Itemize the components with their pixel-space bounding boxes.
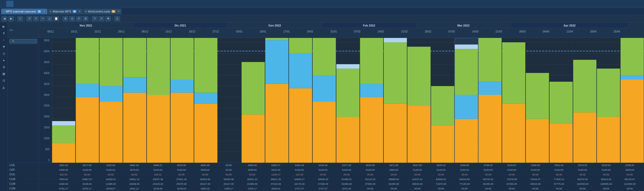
data-cell-OVE-14: 00:00 xyxy=(382,173,406,176)
week-header-16: 28/02 xyxy=(416,29,440,34)
tb-zoom-out[interactable]: ⊖ xyxy=(69,16,75,21)
y-label-3000: 3000 xyxy=(40,94,51,96)
data-cell-LOA-4: 4096:21 xyxy=(146,164,170,167)
data-cell-CUM1-20: 75343:47 xyxy=(524,178,547,181)
toolbar-sep-1 xyxy=(16,17,16,21)
tb-delete[interactable]: ✕ xyxy=(99,16,104,21)
data-cell-CAP-10: 5160:00 xyxy=(288,168,311,171)
data-cell-CUM2-8: 31985:49 xyxy=(241,182,264,185)
cdl-button[interactable] xyxy=(9,29,13,31)
data-cell-CUM1-21: 77405:12 xyxy=(547,178,571,181)
sidebar-expand[interactable]: ⬆ xyxy=(1,30,7,36)
data-cell-CUM1-15: 61637:41 xyxy=(406,178,429,181)
data-cell-CUM3-10: 2727:27 xyxy=(288,187,311,190)
data-cell-CAP-14: 3999:00 xyxy=(382,168,406,171)
data-cell-OVE-18: 00:00 xyxy=(477,173,500,176)
y-label-1000: 1000 xyxy=(40,137,51,140)
data-cell-CUM3-19: 00:00 xyxy=(500,187,524,190)
data-cell-CUM2-17: 77135:49 xyxy=(453,182,477,185)
bar-blue-13 xyxy=(360,84,383,97)
data-cell-OVE-23: 00:00 xyxy=(594,173,618,176)
data-cell-CUM2-1: 6228:49 xyxy=(75,182,99,185)
bar-green-22 xyxy=(573,60,596,112)
sidebar-plus[interactable]: ⊕ xyxy=(1,64,7,70)
bar-blue-10 xyxy=(289,53,312,88)
tab-close-materials[interactable]: ✕ xyxy=(79,10,81,13)
tab-mps-materiali[interactable]: ● MPS materiali mancanti 1 ✕ xyxy=(1,9,47,14)
data-cell-OVE-7: 00:00 xyxy=(217,173,241,176)
sidebar-minus[interactable]: ⊟ xyxy=(1,77,7,84)
tb-zoom-in[interactable]: ⊕ xyxy=(62,16,68,21)
tb-undo[interactable]: ↺ xyxy=(26,16,32,21)
data-cell-CAP-0: 1068:49 xyxy=(52,168,75,171)
data-cell-CAP-20: 5160:00 xyxy=(524,168,547,171)
data-cell-CAP-7: 00:00 xyxy=(217,168,241,171)
tab-materials-mps[interactable]: ● Materials MPS 1 ✕ xyxy=(48,9,83,14)
chart-body[interactable]: 0500100015002000250030003500400045005000… xyxy=(39,38,644,163)
data-cell-LOA-17: 2268:06 xyxy=(453,164,477,167)
data-cell-CUM1-5: 27561:18 xyxy=(170,178,193,181)
data-cell-CAP-2: 5160:00 xyxy=(99,168,123,171)
data-cell-CUM1-17: 65934:58 xyxy=(453,178,477,181)
tb-refresh[interactable]: ⟳ xyxy=(76,16,82,21)
tab-badge-workcenter: 1 xyxy=(111,10,115,13)
tb-paste[interactable]: 📋 xyxy=(53,16,59,21)
label-cap: CAP- xyxy=(8,168,39,172)
bar-green-13 xyxy=(360,38,383,84)
data-cell-CUM2-14: 61655:49 xyxy=(382,182,406,185)
toolbar-sep-5 xyxy=(113,17,113,21)
data-cell-CUM2-20: 92615:49 xyxy=(524,182,547,185)
month-header-5: Apr 2022 xyxy=(511,23,629,28)
data-cell-OVE-10: 122:46 xyxy=(288,173,311,176)
tb-save[interactable]: S xyxy=(114,16,120,21)
sidebar-collapse[interactable]: ▶ xyxy=(1,23,7,30)
tab-badge-materials: 1 xyxy=(73,10,76,13)
tb-redo[interactable]: ↻ xyxy=(33,16,39,21)
bar-blue-24 xyxy=(621,75,644,80)
sidebar-circle2[interactable]: ● xyxy=(1,57,7,63)
tb-edit[interactable]: ✎ xyxy=(92,16,97,21)
tab-close-workcenter[interactable]: ✕ xyxy=(117,10,120,13)
bar-green-6 xyxy=(194,38,217,93)
bar-orange-19 xyxy=(502,104,525,163)
data-cell-LOA-22: 2974:23 xyxy=(571,164,594,167)
bar-green-12 xyxy=(336,69,359,117)
bar-green-8 xyxy=(242,62,265,115)
data-cell-CUM1-19: 72978:38 xyxy=(500,178,524,181)
bar-orange-6 xyxy=(194,104,217,163)
data-cell-CUM2-15: 66815:49 xyxy=(406,182,429,185)
data-cell-LOA-15: 3047:45 xyxy=(406,164,429,167)
tb-cut[interactable]: ✂ xyxy=(40,16,46,21)
data-cell-CUM2-13: 57656:49 xyxy=(359,182,382,185)
tab-workcenter[interactable]: ● WorkcenterLoads 1 ✕ xyxy=(83,9,122,14)
data-cell-CAP-11: 5160:00 xyxy=(311,168,335,171)
sidebar-resize[interactable]: ↕ xyxy=(1,37,7,43)
tb-copy[interactable]: ⎘ xyxy=(47,16,52,21)
c2-filter-badge[interactable]: ✕ xyxy=(9,39,37,43)
data-cell-CUM3-8: 1305:17 xyxy=(241,187,264,190)
sidebar-triangle[interactable]: ◭ xyxy=(1,84,7,90)
c2-remove-icon[interactable]: ✕ xyxy=(12,39,14,43)
data-cell-OVE-5: 00:00 xyxy=(170,173,193,176)
data-cell-CUM1-18: 69733:31 xyxy=(477,178,500,181)
data-cell-CAP-12: 5160:00 xyxy=(335,168,359,171)
tb-filter[interactable]: ▽ xyxy=(17,16,23,21)
week-header-19: 21/03 xyxy=(487,29,511,34)
tb-back[interactable]: ◀ xyxy=(2,16,7,21)
week-header-0: 08/11 xyxy=(39,29,62,34)
data-cell-CUM1-16: 63666:52 xyxy=(429,178,453,181)
data-cell-LOA-23: 2530:50 xyxy=(594,164,618,167)
tab-close-mps[interactable]: ✕ xyxy=(43,10,45,13)
sidebar-add[interactable]: ✚ xyxy=(1,44,7,50)
title-bar[interactable] xyxy=(6,1,13,7)
tb-forward[interactable]: ▶ xyxy=(8,16,14,21)
data-cell-CAP-3: 3870:00 xyxy=(123,168,146,171)
tb-add[interactable]: ✚ xyxy=(105,16,111,21)
data-cell-LOA-5: 4523:39 xyxy=(170,164,193,167)
tb-grid[interactable]: ⊞ xyxy=(83,16,88,21)
sidebar-table[interactable]: ▣ xyxy=(1,71,7,77)
bar-orange-13 xyxy=(360,97,383,163)
week-header-18: 14/03 xyxy=(464,29,487,34)
data-cell-CUM3-17: 00:00 xyxy=(453,187,477,190)
sidebar-circle1[interactable]: ◎ xyxy=(1,50,7,57)
